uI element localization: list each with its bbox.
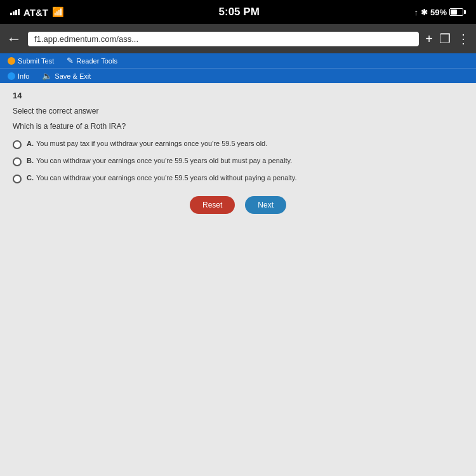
submit-test-button[interactable]: Submit Test — [8, 57, 54, 65]
reader-tools-button[interactable]: ✎ Reader Tools — [67, 56, 117, 65]
app-toolbar: Submit Test ✎ Reader Tools Info 🔈 Save &… — [0, 53, 476, 83]
next-button[interactable]: Next — [245, 196, 286, 214]
main-content: 14 Select the correct answer Which is a … — [0, 83, 476, 476]
radio-b[interactable] — [13, 157, 22, 166]
option-b-text: You can withdraw your earnings once you'… — [36, 157, 292, 164]
battery-percent: 59% — [430, 8, 447, 17]
bluetooth-icon: ✱ — [421, 8, 428, 17]
pencil-icon: ✎ — [67, 56, 74, 65]
location-icon: ↑ — [414, 8, 418, 17]
buttons-row: Reset Next — [13, 196, 463, 214]
submit-icon — [8, 57, 15, 65]
option-a[interactable]: A.You must pay tax if you withdraw your … — [13, 140, 463, 149]
time-display: 5:05 PM — [219, 6, 260, 18]
volume-icon: 🔈 — [42, 71, 52, 81]
question-text: Which is a feature of a Roth IRA? — [13, 122, 463, 131]
radio-c[interactable] — [13, 175, 22, 183]
option-b-label: B. — [27, 157, 34, 164]
option-c[interactable]: C.You can withdraw your earnings once yo… — [13, 174, 463, 183]
status-left: AT&T 📶 — [10, 6, 64, 18]
option-a-label: A. — [27, 140, 34, 147]
toolbar-row2: Info 🔈 Save & Exit — [0, 68, 476, 83]
status-bar: AT&T 📶 5:05 PM ↑ ✱ 59% — [0, 0, 476, 24]
tab-switcher-button[interactable]: ❐ — [439, 31, 451, 46]
reset-button[interactable]: Reset — [190, 196, 235, 214]
info-icon — [8, 72, 15, 80]
carrier-label: AT&T — [23, 7, 48, 18]
option-c-label: C. — [27, 174, 34, 182]
option-b[interactable]: B.You can withdraw your earnings once yo… — [13, 157, 463, 166]
save-exit-button[interactable]: 🔈 Save & Exit — [42, 71, 91, 81]
menu-button[interactable]: ⋮ — [457, 31, 470, 46]
browser-bar: ← f1.app.edmentum.com/ass... + ❐ ⋮ — [0, 24, 476, 53]
back-button[interactable]: ← — [6, 30, 22, 48]
browser-actions: + ❐ ⋮ — [425, 31, 470, 46]
toolbar-row1: Submit Test ✎ Reader Tools — [0, 53, 476, 68]
option-c-text: You can withdraw your earnings once you'… — [36, 174, 297, 182]
add-tab-button[interactable]: + — [425, 32, 433, 46]
signal-bars-icon — [10, 9, 20, 15]
wifi-icon: 📶 — [52, 6, 64, 18]
battery-icon — [449, 8, 466, 16]
radio-a[interactable] — [13, 140, 22, 149]
url-bar[interactable]: f1.app.edmentum.com/ass... — [28, 32, 419, 46]
question-number: 14 — [13, 91, 463, 100]
instruction-text: Select the correct answer — [13, 107, 463, 116]
status-right: ↑ ✱ 59% — [414, 8, 466, 17]
option-a-text: You must pay tax if you withdraw your ea… — [36, 140, 267, 147]
phone-screen: AT&T 📶 5:05 PM ↑ ✱ 59% ← f1.app.edmentum… — [0, 0, 476, 476]
info-button[interactable]: Info — [8, 72, 29, 80]
